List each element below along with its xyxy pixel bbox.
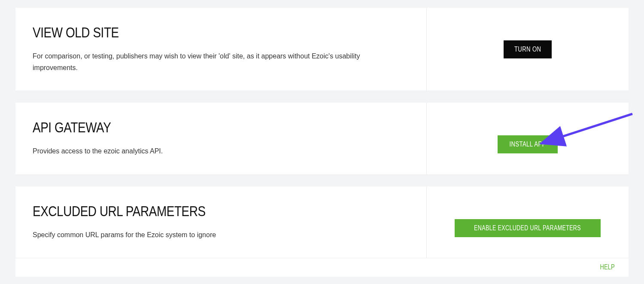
turn-on-button[interactable]: TURN ON [504, 40, 552, 58]
card-content: API GATEWAY Provides access to the ezoic… [15, 103, 427, 174]
button-label: TURN ON [514, 46, 541, 53]
card-action-area: TURN ON [427, 8, 629, 91]
card-content: VIEW OLD SITE For comparison, or testing… [15, 8, 427, 91]
card-action-area: INSTALL APP [427, 103, 629, 174]
card-description: For comparison, or testing, publishers m… [33, 50, 406, 73]
help-link[interactable]: HELP [600, 263, 615, 271]
footer-bar: HELP [15, 258, 629, 277]
button-label: INSTALL APP [509, 140, 546, 148]
settings-card-excluded-url-parameters: EXCLUDED URL PARAMETERS Specify common U… [15, 186, 629, 258]
enable-excluded-url-parameters-button[interactable]: ENABLE EXCLUDED URL PARAMETERS [455, 219, 600, 237]
install-app-button[interactable]: INSTALL APP [498, 135, 558, 153]
card-action-area: ENABLE EXCLUDED URL PARAMETERS [427, 186, 629, 258]
card-title: API GATEWAY [33, 119, 341, 136]
card-title: EXCLUDED URL PARAMETERS [33, 203, 341, 220]
card-description: Specify common URL params for the Ezoic … [33, 229, 406, 241]
card-title: VIEW OLD SITE [33, 24, 341, 41]
settings-card-view-old-site: VIEW OLD SITE For comparison, or testing… [15, 8, 629, 91]
settings-card-api-gateway: API GATEWAY Provides access to the ezoic… [15, 103, 629, 174]
button-label: ENABLE EXCLUDED URL PARAMETERS [474, 224, 581, 232]
card-content: EXCLUDED URL PARAMETERS Specify common U… [15, 186, 427, 258]
card-description: Provides access to the ezoic analytics A… [33, 145, 406, 157]
